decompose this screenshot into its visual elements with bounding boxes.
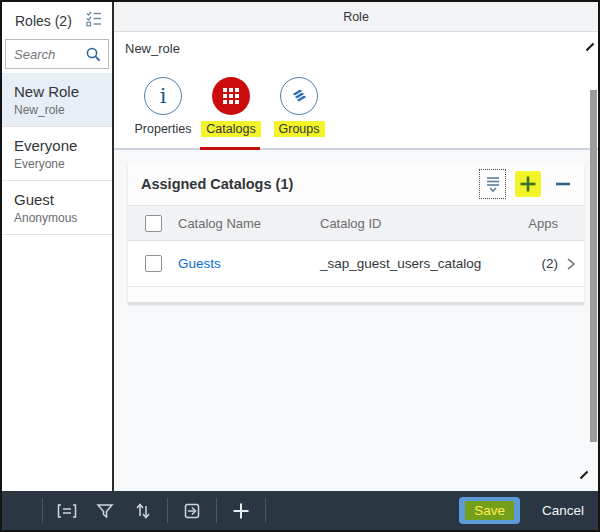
tab-properties[interactable]: i Properties xyxy=(129,77,197,148)
role-maintenance-window: Roles (2) xyxy=(0,0,600,532)
sidebar-item-guest[interactable]: Guest Anonymous xyxy=(2,181,112,235)
groups-icon xyxy=(287,82,311,110)
apps-count: (2) xyxy=(514,256,558,271)
catalogs-tab-circle xyxy=(212,77,250,115)
toolbar-separator xyxy=(216,498,217,523)
tab-catalogs[interactable]: Catalogs xyxy=(197,77,265,148)
catalog-id-value: _sap_guest_users_catalog xyxy=(320,256,514,271)
section-title: Assigned Catalogs (1) xyxy=(141,176,479,192)
table-row[interactable]: Guests _sap_guest_users_catalog (2) xyxy=(128,241,584,287)
role-subtitle: Everyone xyxy=(14,157,104,171)
row-checkbox[interactable] xyxy=(145,255,162,272)
role-name-title: New_role xyxy=(125,41,180,56)
icon-tab-bar: i Properties Catalogs xyxy=(114,65,598,150)
collapse-icon[interactable] xyxy=(479,169,506,199)
search-field-wrap xyxy=(5,39,109,69)
sidebar-header: Roles (2) xyxy=(2,2,112,39)
selected-tab-indicator xyxy=(200,147,260,150)
groups-tab-circle xyxy=(280,77,318,115)
toolbar-separator xyxy=(265,498,266,523)
catalog-name-link[interactable]: Guests xyxy=(178,256,320,271)
info-icon: i xyxy=(160,86,167,107)
sort-icon[interactable] xyxy=(124,491,162,530)
add-icon[interactable] xyxy=(222,491,260,530)
filter-icon[interactable] xyxy=(86,491,124,530)
grid-icon xyxy=(223,88,240,105)
roles-sidebar: Roles (2) xyxy=(2,2,114,491)
tab-label-highlighted: Catalogs xyxy=(201,121,260,137)
assigned-catalogs-panel: Assigned Catalogs (1) xyxy=(128,163,584,303)
tab-label: Properties xyxy=(135,121,192,137)
object-header: New_role xyxy=(114,32,598,65)
roles-count-title: Roles (2) xyxy=(15,13,72,29)
remove-catalog-icon[interactable] xyxy=(550,171,576,197)
vertical-scrollbar[interactable] xyxy=(590,90,597,442)
legend-icon[interactable] xyxy=(48,491,86,530)
copy-icon[interactable] xyxy=(173,491,211,530)
role-title: New Role xyxy=(14,83,104,100)
save-button[interactable]: Save xyxy=(459,497,520,524)
role-title: Guest xyxy=(14,191,104,208)
role-title: Everyone xyxy=(14,137,104,154)
sidebar-item-everyone[interactable]: Everyone Everyone xyxy=(2,127,112,181)
multi-select-icon[interactable] xyxy=(85,10,103,32)
page-title: Role xyxy=(343,10,369,24)
column-header-catalog-id: Catalog ID xyxy=(320,216,514,231)
toolbar-separator xyxy=(42,498,43,523)
shell-header: Role xyxy=(114,2,598,32)
search-icon[interactable] xyxy=(85,46,102,67)
properties-tab-circle: i xyxy=(144,77,182,115)
chevron-right-icon[interactable] xyxy=(558,257,584,271)
tab-groups[interactable]: Groups xyxy=(265,77,333,148)
cancel-button[interactable]: Cancel xyxy=(536,499,590,522)
role-subtitle: New_role xyxy=(14,103,104,117)
sidebar-item-new-role[interactable]: New Role New_role xyxy=(2,73,112,127)
save-button-label: Save xyxy=(465,501,514,520)
role-detail-area: Role New_role i Properties xyxy=(114,2,598,491)
footer-toolbar: Save Cancel xyxy=(2,491,598,530)
panel-footer-spacer xyxy=(128,287,584,302)
add-catalog-icon[interactable] xyxy=(515,171,541,197)
column-header-catalog-name: Catalog Name xyxy=(178,216,320,231)
table-header-row: Catalog Name Catalog ID Apps xyxy=(128,206,584,241)
tab-label-highlighted: Groups xyxy=(274,121,325,137)
role-subtitle: Anonymous xyxy=(14,211,104,225)
column-header-apps: Apps xyxy=(514,216,558,231)
toolbar-separator xyxy=(167,498,168,523)
select-all-checkbox[interactable] xyxy=(145,215,162,232)
